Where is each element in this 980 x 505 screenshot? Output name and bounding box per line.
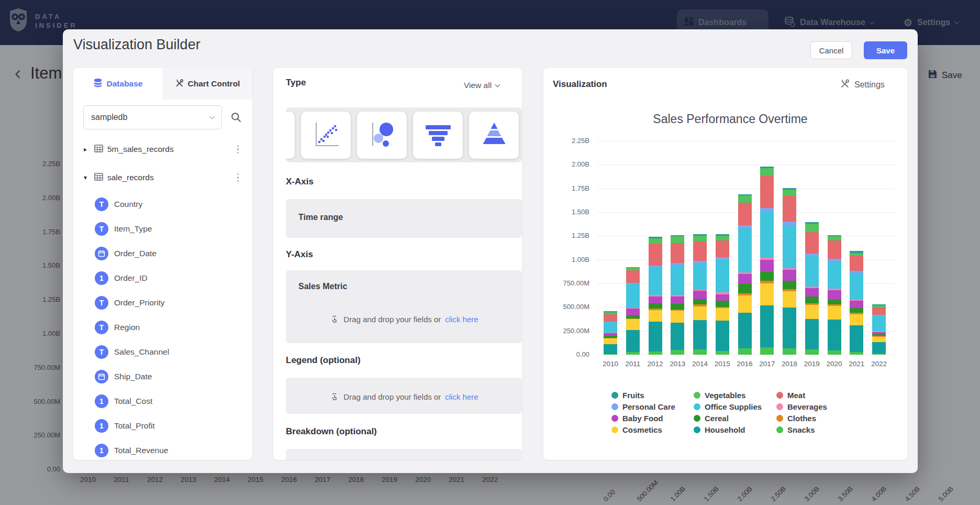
chevron-expanded-icon[interactable]: ▾	[84, 174, 94, 181]
tab-database[interactable]: Database	[73, 68, 162, 100]
bar-segment-Vegetables	[828, 236, 841, 240]
field-row-Total_Profit[interactable]: 1Total_Profit	[73, 413, 252, 438]
bar-2013	[671, 235, 684, 355]
breakdown-dropzone[interactable]	[286, 449, 522, 460]
table-row-sale_records[interactable]: ▾sale_records	[73, 163, 252, 192]
bar-segment-Household	[760, 305, 774, 348]
bar-segment-Baby Food	[716, 294, 729, 301]
bar-segment-Meat	[783, 196, 796, 222]
kebab-menu-icon[interactable]	[237, 145, 239, 154]
legend-dot-icon	[776, 426, 783, 433]
chart-type-strip[interactable]	[286, 107, 522, 162]
legend-label: Household	[705, 425, 745, 434]
field-type-text-icon: T	[95, 222, 108, 236]
legend-item-Cereal[interactable]: Cereal	[694, 414, 729, 423]
x-tick-label: 2020	[824, 360, 845, 368]
chevron-collapsed-icon[interactable]: ▸	[84, 146, 94, 153]
legend-item-Cosmetics[interactable]: Cosmetics	[611, 425, 662, 434]
field-type-date-icon	[95, 247, 108, 260]
bar-segment-Cosmetics	[649, 310, 662, 322]
field-row-Country[interactable]: TCountry	[73, 192, 252, 216]
field-row-Total_Cost[interactable]: 1Total_Cost	[73, 389, 252, 413]
bar-segment-Meat	[760, 176, 774, 208]
legend-dot-icon	[694, 392, 700, 399]
bar-segment-Baby Food	[850, 301, 863, 309]
field-row-Ship_Date[interactable]: Ship_Date	[73, 364, 252, 389]
y-axis-dropzone[interactable]: Sales Metric Drag and drop your fields o…	[286, 270, 522, 343]
bar-segment-Cosmetics	[693, 306, 707, 320]
field-row-Sales_Channel[interactable]: TSales_Channel	[73, 339, 252, 364]
bar-segment-Meat	[850, 256, 863, 271]
x-axis-dropzone[interactable]: Time range	[286, 199, 522, 238]
view-all-button[interactable]: View all	[464, 81, 508, 90]
y-tick-label: 250.00M	[543, 327, 589, 335]
bar-segment-Cosmetics	[850, 314, 863, 325]
field-row-Item_Type[interactable]: TItem_Type	[73, 216, 252, 241]
click-here-link[interactable]: click here	[445, 392, 478, 401]
bar-2019	[805, 222, 819, 355]
x-tick-label: 2014	[689, 360, 710, 368]
legend-item-Baby Food[interactable]: Baby Food	[611, 414, 663, 423]
field-row-Order_Date[interactable]: Order_Date	[73, 241, 252, 266]
chart-type-pie[interactable]	[286, 112, 295, 159]
legend-item-Beverages[interactable]: Beverages	[776, 402, 827, 411]
bar-segment-Household	[671, 323, 684, 350]
view-all-label: View all	[464, 81, 492, 90]
bar-segment-Cosmetics	[872, 337, 886, 342]
settings-label: Settings	[854, 80, 885, 90]
legend-item-Office Supplies[interactable]: Office Supplies	[694, 402, 762, 411]
legend-label: Office Supplies	[705, 402, 762, 411]
table-row-5m_sales_records[interactable]: ▸5m_sales_records	[73, 135, 252, 163]
click-here-link[interactable]: click here	[445, 315, 478, 324]
y-axis-label: Y-Axis	[286, 249, 313, 260]
field-type-text-icon: T	[95, 321, 108, 334]
legend-label: Fruits	[622, 391, 644, 400]
kebab-menu-icon[interactable]	[237, 173, 239, 182]
field-row-Order_Priority[interactable]: TOrder_Priority	[73, 290, 252, 315]
legend-item-Household[interactable]: Household	[694, 425, 745, 434]
legend-item-Personal Care[interactable]: Personal Care	[611, 402, 675, 411]
x-tick-label: 2018	[779, 360, 800, 368]
bar-2012	[649, 237, 662, 355]
legend-item-Vegetables[interactable]: Vegetables	[694, 391, 745, 400]
save-button[interactable]: Save	[864, 41, 907, 59]
tab-chart-control[interactable]: Chart Control	[162, 68, 252, 100]
bar-segment-Snacks	[604, 354, 617, 355]
field-type-text-icon: T	[95, 345, 108, 359]
field-row-Order_ID[interactable]: 1Order_ID	[73, 266, 252, 290]
tab-label: Database	[107, 79, 143, 89]
chart-type-funnel[interactable]	[413, 112, 463, 159]
x-tick-label: 2010	[600, 360, 621, 368]
database-select-value: sampledb	[91, 113, 127, 122]
chart-type-pyramid[interactable]	[469, 112, 519, 159]
field-name: Order_Date	[114, 249, 157, 258]
legend-dot-icon	[694, 403, 700, 410]
field-row-Region[interactable]: TRegion	[73, 315, 252, 339]
bar-segment-Office Supplies	[693, 263, 707, 290]
database-select[interactable]: sampledb	[83, 105, 222, 129]
field-name: Country	[114, 200, 142, 209]
tab-label: Chart Control	[188, 79, 240, 89]
chart-type-scatter[interactable]	[301, 112, 351, 159]
visualization-settings-button[interactable]: Settings	[840, 79, 885, 91]
legend-item-Clothes[interactable]: Clothes	[776, 414, 816, 423]
chart-type-bubble[interactable]	[357, 112, 407, 159]
cancel-button[interactable]: Cancel	[810, 41, 852, 59]
x-axis-label: X-Axis	[286, 177, 314, 187]
bar-2015	[716, 234, 729, 355]
field-type-number-icon: 1	[95, 271, 108, 285]
bar-segment-Household	[716, 321, 729, 351]
legend-item-Meat[interactable]: Meat	[776, 391, 805, 400]
search-icon[interactable]	[230, 112, 242, 123]
bar-segment-Vegetables	[783, 190, 796, 196]
legend-item-Fruits[interactable]: Fruits	[611, 391, 644, 400]
legend-item-Snacks[interactable]: Snacks	[776, 425, 815, 434]
x-axis-field: Time range	[298, 213, 343, 222]
field-type-number-icon: 1	[95, 394, 108, 408]
bar-segment-Snacks	[626, 352, 640, 355]
field-row-Total_Revenue[interactable]: 1Total_Revenue	[73, 438, 252, 460]
bar-segment-Baby Food	[671, 297, 684, 304]
bar-segment-Office Supplies	[626, 284, 640, 308]
legend-dropzone[interactable]: Drag and drop your fields or click here	[286, 378, 522, 414]
bar-segment-Office Supplies	[671, 265, 684, 295]
